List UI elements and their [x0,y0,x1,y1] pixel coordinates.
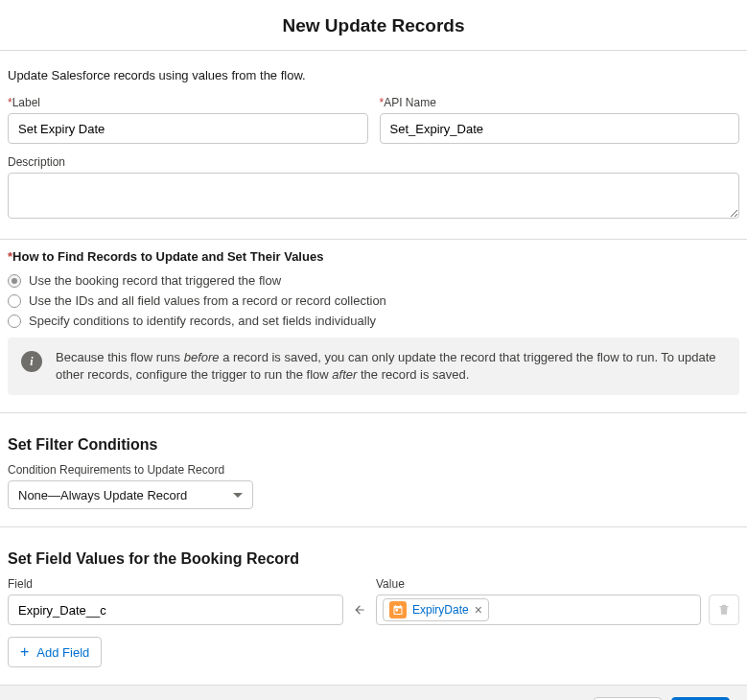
formula-date-icon [389,601,407,618]
radio-label: Use the booking record that triggered th… [29,273,281,288]
radio-option-record-collection[interactable]: Use the IDs and all field values from a … [8,293,739,308]
radio-label: Specify conditions to identify records, … [29,314,376,328]
radio-icon [8,315,21,328]
modal-title: New Update Records [0,0,747,50]
find-records-heading: *How to Find Records to Update and Set T… [8,249,739,264]
radio-label: Use the IDs and all field values from a … [29,293,386,308]
delete-row-button[interactable] [709,595,739,625]
radio-option-specify-conditions[interactable]: Specify conditions to identify records, … [8,314,739,328]
set-values-heading: Set Field Values for the Booking Record [8,550,739,568]
radio-icon [8,294,21,308]
apiname-field-label: *API Name [380,96,740,109]
filter-heading: Set Filter Conditions [8,436,739,454]
arrow-left-icon [351,595,368,625]
select-value: None—Always Update Record [18,488,187,502]
label-input[interactable] [8,113,368,144]
info-text: Because this flow runs before a record i… [56,349,726,384]
condition-req-select[interactable]: None—Always Update Record [8,480,253,509]
trash-icon [717,603,731,617]
apiname-input[interactable] [380,113,740,144]
value-column-label: Value [376,577,701,591]
modal-footer: Cancel Done [0,685,747,700]
description-label: Description [8,155,739,169]
intro-text: Update Salesforce records using values f… [8,68,739,82]
info-icon: i [21,351,42,372]
field-input[interactable] [8,595,343,625]
pill-label: ExpiryDate [412,603,469,617]
label-field-label: *Label [8,96,368,109]
add-field-label: Add Field [36,645,89,660]
value-pill[interactable]: ExpiryDate × [383,598,489,621]
value-input[interactable]: ExpiryDate × [376,595,701,625]
pill-remove-icon[interactable]: × [475,603,482,617]
condition-req-label: Condition Requirements to Update Record [8,463,739,477]
add-field-button[interactable]: + Add Field [8,637,102,667]
info-box: i Because this flow runs before a record… [8,338,739,395]
field-column-label: Field [8,577,343,591]
radio-icon [8,274,21,288]
plus-icon: + [20,644,29,660]
radio-option-triggering-record[interactable]: Use the booking record that triggered th… [8,273,739,288]
chevron-down-icon [233,493,243,498]
description-textarea[interactable] [8,173,739,219]
